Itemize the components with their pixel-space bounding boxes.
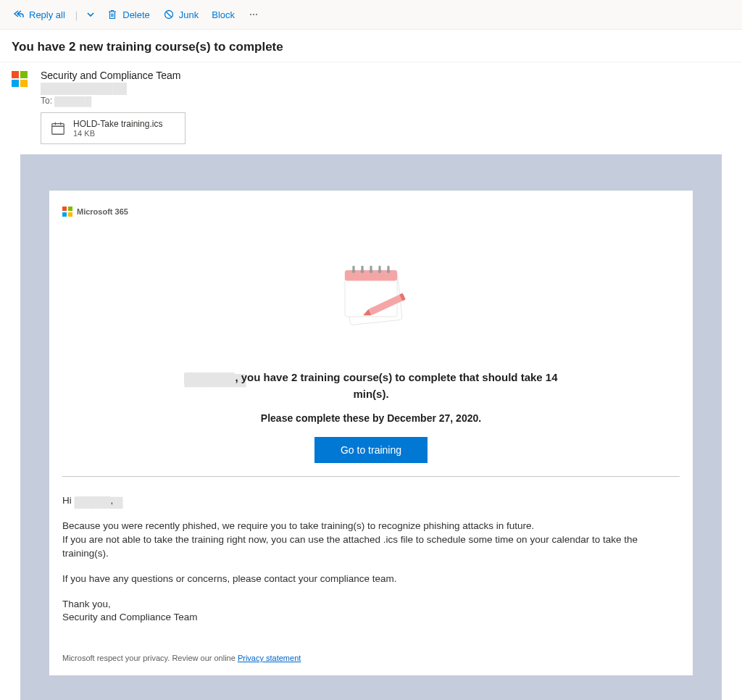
sender-avatar bbox=[12, 70, 41, 107]
toolbar-separator: | bbox=[74, 9, 79, 20]
to-label: To: bbox=[41, 96, 52, 106]
email-body: Microsoft 365 bbox=[0, 154, 742, 700]
deadline-line: Please complete these by December 27, 20… bbox=[62, 412, 680, 424]
headline: ████████, you have 2 training course(s) … bbox=[183, 370, 559, 402]
email-header: Security and Compliance Team ███████████… bbox=[0, 62, 742, 109]
reply-all-icon bbox=[13, 9, 25, 20]
privacy-statement-link[interactable]: Privacy statement bbox=[238, 654, 301, 662]
chevron-down-icon bbox=[85, 9, 96, 20]
headline-name: ████████ bbox=[184, 372, 235, 384]
attachment-meta: HOLD-Take training.ics 14 KB bbox=[73, 119, 162, 138]
privacy-footer: Microsoft respect your privacy. Review o… bbox=[62, 654, 680, 662]
body-paragraph-2: If you have any questions or concerns, p… bbox=[62, 572, 680, 586]
svg-rect-17 bbox=[387, 266, 389, 272]
calendar-file-icon bbox=[50, 120, 66, 136]
brand-row: Microsoft 365 bbox=[62, 207, 680, 246]
more-actions-button[interactable] bbox=[243, 6, 264, 23]
headline-rest: , you have 2 training course(s) to compl… bbox=[235, 371, 557, 400]
brand-label: Microsoft 365 bbox=[77, 207, 128, 216]
svg-rect-13 bbox=[370, 266, 372, 272]
hero-illustration bbox=[62, 246, 680, 357]
microsoft-logo-icon bbox=[12, 71, 28, 87]
body-paragraph-1: Because you were recently phished, we re… bbox=[62, 520, 680, 561]
attachment-size: 14 KB bbox=[73, 129, 162, 138]
attachment-list: HOLD-Take training.ics 14 KB bbox=[0, 109, 742, 154]
attachment-item[interactable]: HOLD-Take training.ics 14 KB bbox=[41, 112, 186, 144]
delete-label: Delete bbox=[122, 9, 150, 20]
sender-address: ████████████ bbox=[41, 81, 730, 93]
block-button[interactable]: Block bbox=[207, 7, 239, 23]
signoff: Thank you, Security and Compliance Team bbox=[62, 598, 680, 625]
reply-all-button[interactable]: Reply all bbox=[9, 6, 70, 23]
junk-button[interactable]: Junk bbox=[159, 6, 203, 23]
to-line: To: ██████ bbox=[41, 96, 730, 107]
trash-icon bbox=[107, 9, 118, 20]
svg-point-1 bbox=[250, 14, 251, 15]
block-label: Block bbox=[212, 9, 235, 20]
to-value: ██████ bbox=[54, 96, 83, 107]
svg-rect-9 bbox=[352, 266, 354, 272]
svg-rect-15 bbox=[378, 266, 380, 272]
attachment-name: HOLD-Take training.ics bbox=[73, 119, 162, 129]
ellipsis-icon bbox=[248, 9, 259, 20]
divider bbox=[62, 476, 680, 477]
go-to-training-button[interactable]: Go to training bbox=[314, 437, 428, 463]
junk-label: Junk bbox=[179, 9, 199, 20]
reply-all-label: Reply all bbox=[29, 9, 65, 20]
email-toolbar: Reply all | Delete Junk Block bbox=[0, 0, 742, 30]
microsoft-logo-icon bbox=[62, 207, 72, 217]
notepad-pencil-icon bbox=[313, 253, 429, 340]
svg-point-2 bbox=[253, 14, 254, 15]
greeting: Hi ███████, bbox=[62, 494, 680, 508]
sender-name: Security and Compliance Team bbox=[41, 70, 730, 81]
junk-icon bbox=[163, 9, 175, 20]
reply-dropdown[interactable] bbox=[83, 6, 98, 23]
svg-rect-11 bbox=[361, 266, 363, 272]
delete-button[interactable]: Delete bbox=[102, 6, 154, 23]
svg-point-3 bbox=[256, 14, 257, 15]
svg-rect-4 bbox=[52, 124, 64, 135]
email-subject: You have 2 new training course(s) to com… bbox=[0, 30, 742, 62]
